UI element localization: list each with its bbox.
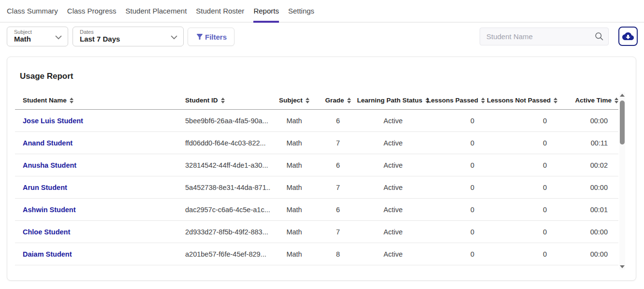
column-header-student-id[interactable]: Student ID xyxy=(177,97,271,104)
column-header-grade[interactable]: Grade xyxy=(318,97,358,104)
column-header-label: Grade xyxy=(325,97,344,104)
sort-arrows-icon xyxy=(221,98,225,103)
cell-grade: 7 xyxy=(318,139,358,147)
cell-grade: 8 xyxy=(318,250,358,258)
cell-lessons-passed: 0 xyxy=(428,139,485,147)
cell-student-id: a201be57-f6fe-45ef-829... xyxy=(177,250,271,258)
tab-class-summary[interactable]: Class Summary xyxy=(7,0,58,22)
cell-lessons-not-passed: 0 xyxy=(485,184,557,191)
tab-reports[interactable]: Reports xyxy=(253,0,279,22)
filters-button[interactable]: Filters xyxy=(188,28,234,46)
cell-subject: Math xyxy=(271,117,318,125)
sort-arrows-icon xyxy=(615,98,618,103)
column-header-label: Student Name xyxy=(23,97,67,104)
table-row: Ashwin Studentdac2957c-c6a6-4c5e-a1c...M… xyxy=(15,199,618,221)
cell-learning-path-status: Active xyxy=(358,184,428,191)
subject-dropdown[interactable]: Subject Math xyxy=(7,27,68,46)
cell-learning-path-status: Active xyxy=(358,228,428,236)
cell-subject: Math xyxy=(271,161,318,169)
cell-lessons-passed: 0 xyxy=(428,206,485,214)
cell-learning-path-status: Active xyxy=(358,250,428,258)
cell-subject: Math xyxy=(271,250,318,258)
search-icon[interactable] xyxy=(590,31,608,42)
table-header: Student NameStudent IDSubjectGradeLearni… xyxy=(15,91,618,110)
cell-active-time: 00:11 xyxy=(557,139,618,147)
cell-learning-path-status: Active xyxy=(358,161,428,169)
cell-grade: 6 xyxy=(318,117,358,125)
cell-lessons-not-passed: 0 xyxy=(485,161,557,169)
subject-dropdown-label: Subject xyxy=(14,29,51,35)
sort-arrows-icon xyxy=(70,98,73,103)
tab-class-progress[interactable]: Class Progress xyxy=(67,0,117,22)
cell-learning-path-status: Active xyxy=(358,139,428,147)
cell-lessons-passed: 0 xyxy=(428,117,485,125)
tab-student-roster[interactable]: Student Roster xyxy=(196,0,244,22)
usage-report-table: Student NameStudent IDSubjectGradeLearni… xyxy=(15,91,618,265)
column-header-active-time[interactable]: Active Time xyxy=(557,97,618,104)
cell-student-id: 5a452738-8e31-44da-871... xyxy=(177,184,271,191)
cell-student-id: 2d933d27-8f5b-49f2-883... xyxy=(177,228,271,236)
tab-bar: Class SummaryClass ProgressStudent Place… xyxy=(0,0,644,23)
subject-dropdown-value: Math xyxy=(14,35,51,43)
cell-lessons-not-passed: 0 xyxy=(485,250,557,258)
student-name-link[interactable]: Jose Luis Student xyxy=(15,117,177,125)
student-name-link[interactable]: Arun Student xyxy=(15,184,177,191)
sort-arrows-icon xyxy=(481,98,485,103)
scrollbar-thumb[interactable] xyxy=(620,101,625,144)
usage-report-card: Usage Report Student NameStudent IDSubje… xyxy=(7,57,636,281)
cell-lessons-passed: 0 xyxy=(428,184,485,191)
report-title: Usage Report xyxy=(7,57,636,81)
table-row: Chloe Student2d933d27-8f5b-49f2-883...Ma… xyxy=(15,221,618,243)
column-header-subject[interactable]: Subject xyxy=(271,97,318,104)
column-header-lessons-not-passed[interactable]: Lessons Not Passed xyxy=(485,97,557,104)
cell-learning-path-status: Active xyxy=(358,117,428,125)
download-report-button[interactable] xyxy=(618,27,638,46)
sort-arrows-icon xyxy=(306,98,309,103)
column-header-learning-path-status[interactable]: Learning Path Status xyxy=(358,97,428,104)
student-name-link[interactable]: Ashwin Student xyxy=(15,206,177,214)
cell-active-time: 00:00 xyxy=(557,228,618,236)
table-row: Jose Luis Student5bee9bf6-26aa-4fa5-90a.… xyxy=(15,110,618,132)
dates-dropdown[interactable]: Dates Last 7 Days xyxy=(73,27,184,46)
cell-student-id: dac2957c-c6a6-4c5e-a1c... xyxy=(177,206,271,214)
cell-active-time: 00:02 xyxy=(557,161,618,169)
cell-active-time: 00:00 xyxy=(557,184,618,191)
table-row: Anusha Student32814542-44ff-4de1-a30...M… xyxy=(15,154,618,176)
search-input[interactable] xyxy=(480,32,590,41)
cell-active-time: 00:01 xyxy=(557,206,618,214)
student-name-link[interactable]: Chloe Student xyxy=(15,228,177,236)
column-header-student-name[interactable]: Student Name xyxy=(15,97,177,104)
cell-active-time: 00:00 xyxy=(557,117,618,125)
student-name-link[interactable]: Daiam Student xyxy=(15,250,177,258)
column-header-lessons-passed[interactable]: Lessons Passed xyxy=(428,97,485,104)
cell-lessons-passed: 0 xyxy=(428,228,485,236)
table-row: Anand Studentffd06dd0-f64e-4c03-822...Ma… xyxy=(15,132,618,154)
sort-arrows-icon xyxy=(347,98,351,103)
column-header-label: Lessons Not Passed xyxy=(487,97,551,104)
column-header-label: Subject xyxy=(279,97,303,104)
filter-funnel-icon xyxy=(195,32,204,41)
student-name-link[interactable]: Anusha Student xyxy=(15,161,177,169)
cell-student-id: ffd06dd0-f64e-4c03-822... xyxy=(177,139,271,147)
chevron-down-icon xyxy=(53,32,64,44)
student-name-search xyxy=(480,28,609,45)
cell-subject: Math xyxy=(271,228,318,236)
tab-settings[interactable]: Settings xyxy=(288,0,314,22)
filters-button-label: Filters xyxy=(205,33,227,41)
scroll-down-arrow-icon[interactable] xyxy=(620,265,625,268)
cell-active-time: 00:00 xyxy=(557,250,618,258)
dates-dropdown-label: Dates xyxy=(80,29,167,35)
tab-student-placement[interactable]: Student Placement xyxy=(126,0,187,22)
cell-grade: 7 xyxy=(318,228,358,236)
table-row: Daiam Studenta201be57-f6fe-45ef-829...Ma… xyxy=(15,243,618,265)
table-row: Arun Student5a452738-8e31-44da-871...Mat… xyxy=(15,176,618,199)
cloud-download-icon xyxy=(622,30,634,42)
cell-grade: 6 xyxy=(318,206,358,214)
cell-subject: Math xyxy=(271,184,318,191)
student-name-link[interactable]: Anand Student xyxy=(15,139,177,147)
scroll-up-arrow-icon[interactable] xyxy=(620,94,625,97)
column-header-label: Lessons Passed xyxy=(427,97,478,104)
filter-bar: Subject Math Dates Last 7 Days Filters xyxy=(0,23,644,57)
table-scrollbar[interactable] xyxy=(619,92,625,270)
dates-dropdown-value: Last 7 Days xyxy=(80,35,167,43)
